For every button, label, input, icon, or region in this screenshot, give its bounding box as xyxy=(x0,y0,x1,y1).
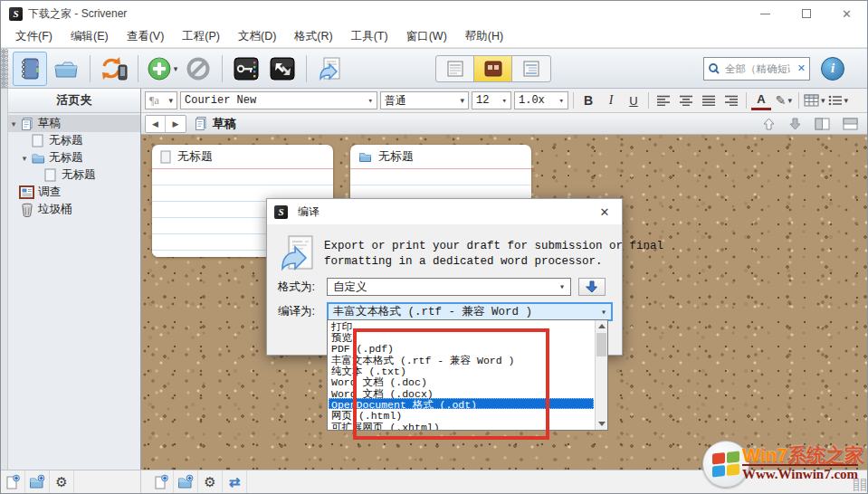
dialog-description-line1: Export or print your draft for submissio… xyxy=(324,239,663,254)
dialog-description: Export or print your draft for submissio… xyxy=(267,224,622,272)
align-justify-icon xyxy=(701,95,716,106)
binder-item-untitled-folder[interactable]: ▾ 无标题 xyxy=(8,149,140,166)
font-family-dropdown[interactable]: Courier New ▾ xyxy=(180,91,377,109)
document-icon xyxy=(30,134,45,147)
font-size-dropdown[interactable]: 12 ▾ xyxy=(472,91,511,109)
table-button[interactable]: ▾ xyxy=(804,90,825,110)
corkboard-view-icon xyxy=(484,61,502,77)
scroll-up-button[interactable] xyxy=(596,320,607,332)
menu-tools[interactable]: 工具(T) xyxy=(342,26,397,47)
chevron-down-icon[interactable]: ▾ xyxy=(8,119,19,128)
dialog-title: 编译 xyxy=(298,204,320,220)
menu-format[interactable]: 格式(R) xyxy=(285,26,341,47)
compile-button[interactable] xyxy=(313,52,348,86)
binder-item-label: 草稿 xyxy=(38,116,61,131)
expand-options-button[interactable] xyxy=(578,278,606,296)
search-clear-icon[interactable]: ✕ xyxy=(797,62,806,74)
keywords-button[interactable] xyxy=(229,52,263,86)
delete-button[interactable] xyxy=(181,52,215,86)
add-folder-icon xyxy=(177,474,194,489)
minimize-button[interactable] xyxy=(745,1,786,26)
add-folder-button[interactable] xyxy=(25,470,50,493)
trash-icon xyxy=(19,203,34,216)
font-family-value: Courier New xyxy=(185,94,256,107)
binder-notebook-icon xyxy=(17,56,43,81)
add-item-button[interactable]: ▾ xyxy=(145,52,179,86)
add-dropdown-caret-icon[interactable]: ▾ xyxy=(174,64,178,73)
italic-button[interactable]: I xyxy=(601,90,621,110)
split-vertical-icon[interactable] xyxy=(815,118,830,130)
view-mode-outline-button[interactable] xyxy=(512,56,550,81)
format-separator xyxy=(746,92,747,109)
pilcrow-icon: ¶a xyxy=(149,94,159,108)
bold-button[interactable]: B xyxy=(578,90,598,110)
forward-button[interactable]: ▶ xyxy=(166,116,186,132)
paragraph-style-dropdown[interactable]: ¶a ▾ xyxy=(145,91,177,109)
compile-for-dropdown[interactable]: 丰富文本格式 (.rtf - 兼容 Word ) ▾ xyxy=(327,302,613,321)
document-icon xyxy=(160,150,171,164)
text-color-button[interactable]: A xyxy=(751,90,771,110)
research-icon xyxy=(19,185,34,199)
gear-icon: ⚙ xyxy=(55,475,67,489)
maximize-button[interactable] xyxy=(786,1,826,26)
add-document-button[interactable] xyxy=(1,470,25,493)
collections-button[interactable] xyxy=(49,52,83,86)
align-left-button[interactable] xyxy=(653,90,673,110)
editor-add-folder-button[interactable] xyxy=(174,470,198,493)
menu-file[interactable]: 文件(F) xyxy=(6,26,62,47)
menu-view[interactable]: 查看(V) xyxy=(118,26,174,47)
view-mode-group xyxy=(435,55,551,82)
align-right-button[interactable] xyxy=(721,90,741,110)
search-input[interactable] xyxy=(725,63,790,74)
line-spacing-dropdown[interactable]: 1.0x ▾ xyxy=(514,91,568,109)
fullscreen-icon xyxy=(269,56,296,81)
view-mode-document-button[interactable] xyxy=(436,56,474,81)
editor-add-document-button[interactable] xyxy=(149,470,174,493)
binder-item-trash[interactable]: 垃圾桶 xyxy=(8,201,140,218)
sync-arrows-icon xyxy=(99,55,129,82)
menu-project[interactable]: 工程(P) xyxy=(173,26,229,47)
compile-for-value: 丰富文本格式 (.rtf - 兼容 Word ) xyxy=(333,304,532,319)
align-justify-button[interactable] xyxy=(699,90,719,110)
format-separator xyxy=(798,92,799,109)
highlight-button[interactable]: ✎▾ xyxy=(774,90,794,110)
menubar: 文件(F) 编辑(E) 查看(V) 工程(P) 文档(D) 格式(R) 工具(T… xyxy=(1,26,867,48)
scroll-down-button[interactable] xyxy=(596,418,607,430)
binder-toggle-button[interactable] xyxy=(13,52,47,86)
binder-item-untitled-1[interactable]: 无标题 xyxy=(8,132,140,149)
back-button[interactable]: ◀ xyxy=(146,116,166,132)
binder-item-research[interactable]: 调查 xyxy=(8,184,140,201)
fullscreen-button[interactable] xyxy=(265,52,300,86)
menu-edit[interactable]: 编辑(E) xyxy=(62,26,118,47)
binder-item-draft[interactable]: ▾ 草稿 xyxy=(8,115,140,132)
menu-help[interactable]: 帮助(H) xyxy=(456,26,512,47)
list-button[interactable]: ▾ xyxy=(828,90,849,110)
sync-button[interactable] xyxy=(97,52,131,86)
format-for-dropdown[interactable]: 自定义 ▾ xyxy=(327,278,571,296)
underline-button[interactable]: U xyxy=(624,90,644,110)
font-style-dropdown[interactable]: 普通 ▾ xyxy=(380,91,469,109)
search-icon[interactable] xyxy=(708,62,722,75)
gear-icon: ⚙ xyxy=(204,475,215,489)
menu-window[interactable]: 窗口(W) xyxy=(397,26,456,47)
binder-item-untitled-2[interactable]: 无标题 xyxy=(8,166,140,184)
move-down-icon[interactable] xyxy=(788,117,802,131)
chevron-down-icon[interactable]: ▾ xyxy=(19,154,30,163)
dialog-close-button[interactable]: ✕ xyxy=(595,205,615,219)
editor-settings-button[interactable]: ⚙ xyxy=(198,470,223,493)
move-up-icon[interactable] xyxy=(762,117,776,131)
window-edge-strip xyxy=(1,89,8,470)
split-horizontal-icon[interactable] xyxy=(843,118,858,130)
caret-down-icon: ▾ xyxy=(368,96,373,106)
draft-stack-icon xyxy=(194,116,208,131)
scrollbar-thumb[interactable] xyxy=(596,333,606,356)
align-center-button[interactable] xyxy=(676,90,696,110)
editor-sync-view-button[interactable]: ⇄ xyxy=(223,470,247,493)
menu-documents[interactable]: 文档(D) xyxy=(229,26,285,47)
binder-settings-button[interactable]: ⚙ xyxy=(50,470,74,493)
close-button[interactable]: ✕ xyxy=(826,1,867,26)
listbox-scrollbar[interactable] xyxy=(595,320,607,430)
font-style-value: 普通 xyxy=(385,93,406,109)
view-mode-corkboard-button[interactable] xyxy=(474,56,512,81)
inspector-info-button[interactable]: i xyxy=(821,57,844,81)
